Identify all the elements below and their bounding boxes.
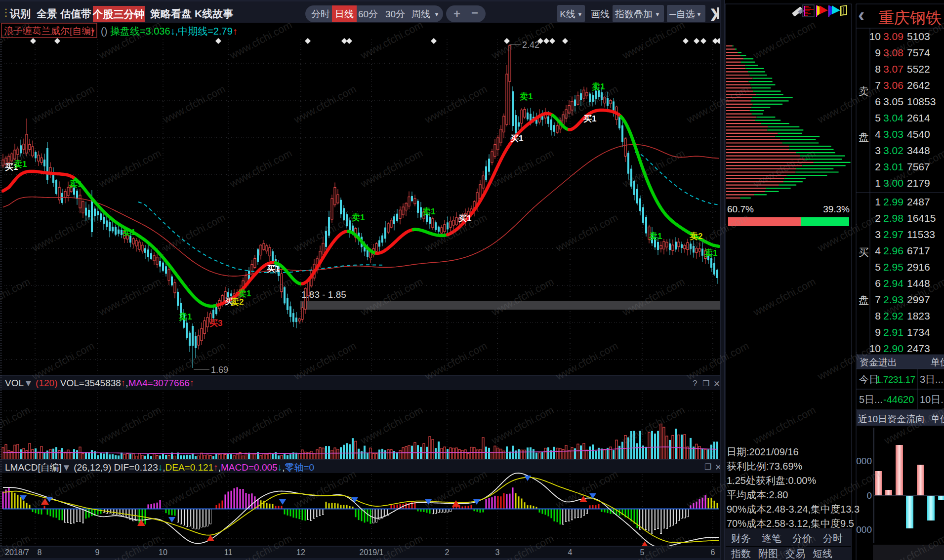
svg-text:估值带: 估值带: [60, 8, 91, 19]
svg-text:▼: ▼: [697, 11, 702, 17]
svg-text:3日...: 3日...: [920, 374, 944, 385]
svg-text:30分: 30分: [385, 9, 405, 19]
svg-text:▼: ▼: [577, 11, 583, 17]
svg-text:−: −: [471, 6, 478, 19]
svg-text:全景: 全景: [36, 8, 57, 19]
svg-text:10853: 10853: [907, 96, 936, 107]
svg-text:2.99: 2.99: [883, 196, 903, 207]
svg-text:2473: 2473: [907, 343, 930, 354]
svg-text:⋮: ⋮: [1, 7, 11, 18]
svg-text:8: 8: [875, 310, 881, 321]
svg-text:个股三分钟: 个股三分钟: [92, 8, 145, 20]
svg-text:画线: 画线: [591, 9, 610, 19]
svg-text:10日...: 10日...: [920, 394, 944, 405]
svg-text:1823: 1823: [907, 310, 930, 321]
svg-text:7: 7: [875, 294, 881, 305]
svg-text:指数叠加: 指数叠加: [615, 9, 653, 19]
svg-text:浪子缠葛兰威尔[自编]: 浪子缠葛兰威尔[自编]: [4, 26, 94, 36]
svg-text:1: 1: [875, 196, 881, 207]
svg-text:─自选: ─自选: [669, 9, 695, 19]
svg-text:6: 6: [875, 96, 881, 107]
svg-text:买: 买: [859, 246, 869, 258]
svg-text:LMACD[自编]▼ (26,12,9) DIF=0.1: LMACD[自编]▼ (26,12,9) DIF=0.123↓,DEA=0.12…: [5, 462, 314, 473]
svg-text:2614: 2614: [907, 112, 930, 123]
svg-text:2487: 2487: [907, 196, 930, 207]
svg-text:2: 2: [445, 548, 450, 557]
svg-text:K线: K线: [560, 9, 575, 19]
svg-text:5日...: 5日...: [859, 394, 883, 405]
svg-text:16415: 16415: [907, 212, 936, 224]
svg-text:5: 5: [875, 112, 881, 123]
svg-text:2.90: 2.90: [883, 343, 903, 354]
svg-text:1.83 - 1.85: 1.83 - 1.85: [301, 289, 346, 300]
svg-text:000: 000: [856, 456, 872, 466]
svg-text:3.06: 3.06: [883, 80, 903, 91]
svg-text:70%成本2.58-3.12,集中度9.5: 70%成本2.58-3.12,集中度9.5: [727, 518, 854, 529]
svg-text:周线: 周线: [411, 9, 430, 19]
svg-text:5522: 5522: [907, 63, 930, 75]
svg-text:000: 000: [856, 524, 872, 535]
svg-text:买3: 买3: [209, 319, 222, 328]
svg-text:9: 9: [95, 548, 100, 557]
svg-text:3: 3: [875, 145, 881, 156]
svg-text:平均成本:2.80: 平均成本:2.80: [727, 489, 788, 500]
svg-text:1: 1: [875, 177, 881, 189]
svg-text:分时: 分时: [823, 533, 843, 544]
svg-text:策略看盘: 策略看盘: [150, 8, 192, 19]
svg-text:卖1: 卖1: [704, 248, 717, 258]
svg-text:K线故事: K线故事: [195, 8, 233, 19]
svg-text:盘: 盘: [859, 294, 869, 306]
svg-text:2.98: 2.98: [883, 212, 903, 224]
svg-text:卖1: 卖1: [520, 92, 533, 101]
svg-text:8: 8: [38, 548, 42, 557]
svg-text:4: 4: [568, 548, 573, 557]
svg-text:卖1: 卖1: [422, 207, 435, 216]
svg-text:2.91: 2.91: [883, 326, 903, 338]
svg-text:6717: 6717: [907, 245, 930, 256]
svg-text:4540: 4540: [907, 128, 930, 140]
svg-text:0: 0: [866, 490, 872, 501]
svg-text:短线: 短线: [813, 548, 832, 559]
svg-text:1.7231.17: 1.7231.17: [876, 374, 915, 385]
svg-text:6: 6: [711, 548, 715, 557]
svg-text:5: 5: [875, 261, 881, 273]
svg-text:2.96: 2.96: [883, 245, 903, 256]
svg-text:财务: 财务: [731, 533, 751, 544]
svg-text:3.03: 3.03: [883, 128, 903, 140]
svg-text:资金进出: 资金进出: [860, 357, 897, 367]
svg-text:识别: 识别: [9, 8, 31, 19]
svg-text:3: 3: [875, 229, 881, 240]
svg-text:▼: ▼: [655, 11, 660, 17]
svg-text:3448: 3448: [907, 145, 930, 156]
svg-text:12: 12: [296, 548, 305, 557]
svg-text:2179: 2179: [907, 177, 930, 189]
svg-text:60分: 60分: [358, 9, 378, 19]
svg-text:2916: 2916: [907, 261, 930, 273]
svg-text:9: 9: [875, 47, 881, 58]
svg-text:▼: ▼: [90, 28, 96, 35]
svg-text:90%成本2.48-3.24,集中度13.3: 90%成本2.48-3.24,集中度13.3: [727, 504, 860, 515]
svg-text:获利比例:73.69%: 获利比例:73.69%: [727, 461, 803, 472]
svg-text:9: 9: [875, 326, 881, 338]
svg-text:买1: 买1: [267, 264, 280, 274]
svg-text:10: 10: [159, 548, 167, 557]
svg-text:买1: 买1: [510, 134, 523, 143]
svg-text:11: 11: [224, 548, 233, 557]
svg-text:+: +: [453, 7, 460, 20]
svg-text:3.02: 3.02: [883, 145, 903, 156]
svg-text:-44620: -44620: [883, 394, 914, 405]
svg-text:逐笔: 逐笔: [762, 533, 781, 544]
svg-text:❐: ❐: [702, 379, 709, 388]
svg-text:3.04: 3.04: [883, 112, 903, 123]
svg-text:4: 4: [875, 245, 881, 256]
svg-text:单位: 单位: [931, 357, 944, 367]
svg-text:2642: 2642: [907, 80, 930, 91]
svg-text:✕: ✕: [713, 379, 720, 389]
svg-text:3.07: 3.07: [883, 63, 903, 75]
svg-text:3.05: 3.05: [883, 96, 903, 107]
svg-text:❐: ❐: [704, 463, 711, 471]
svg-text:11533: 11533: [907, 229, 935, 240]
svg-text:1734: 1734: [907, 326, 930, 338]
svg-text:2: 2: [875, 161, 881, 172]
svg-text:分时: 分时: [311, 9, 330, 19]
